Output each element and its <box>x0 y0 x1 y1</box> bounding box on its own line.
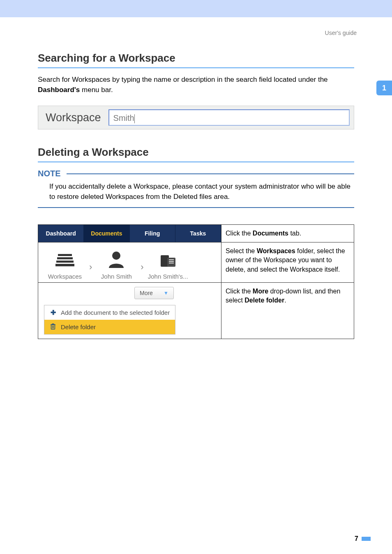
person-icon <box>96 251 136 270</box>
plus-circle-icon: ✚ <box>49 309 57 316</box>
text: Click the <box>226 288 253 295</box>
bc-workspaces[interactable]: Workspaces <box>42 251 88 280</box>
tab-dashboard[interactable]: Dashboard <box>38 225 84 242</box>
note-body: If you accidentally delete a Workspace, … <box>38 181 354 208</box>
svg-rect-1 <box>57 257 73 259</box>
bc-label: John Smith <box>96 273 136 280</box>
bc-workspace-item[interactable]: John Smith's... <box>145 254 191 280</box>
header-meta: User's guide <box>38 30 357 36</box>
more-menu: ✚ Add the document to the selected folde… <box>44 305 175 335</box>
step3-text: Click the More drop-down list, and then … <box>221 282 354 339</box>
chevron-right-icon: › <box>139 262 145 280</box>
tab-tasks[interactable]: Tasks <box>175 225 221 242</box>
text-bold: Documents <box>253 230 288 237</box>
table-row: Dashboard Documents Filing Tasks Click t… <box>38 224 354 242</box>
text: Click the <box>226 230 253 237</box>
workspaces-icon <box>45 251 85 270</box>
svg-rect-0 <box>58 254 72 256</box>
text-bold: Delete folder <box>244 297 284 304</box>
section-search-title: Searching for a Workspace <box>38 52 354 68</box>
footer-accent-bar <box>362 537 371 541</box>
section-delete-title: Deleting a Workspace <box>38 146 354 162</box>
svg-rect-6 <box>167 258 175 267</box>
text-bold: More <box>253 288 268 295</box>
step2-text: Select the Workspaces folder, select the… <box>221 242 354 282</box>
workspace-label: Workspace <box>42 111 108 125</box>
text: menu bar. <box>80 86 113 94</box>
top-band <box>0 0 392 17</box>
tab-documents[interactable]: Documents <box>84 225 129 242</box>
menu-add-document[interactable]: ✚ Add the document to the selected folde… <box>44 305 175 320</box>
step1-image-cell: Dashboard Documents Filing Tasks <box>38 224 221 242</box>
svg-rect-2 <box>56 261 74 263</box>
note-block: NOTE If you accidentally delete a Worksp… <box>38 169 354 208</box>
text: tab. <box>288 230 301 237</box>
text: . <box>284 297 286 304</box>
chevron-right-icon: › <box>88 262 94 280</box>
bc-label: Workspaces <box>45 273 85 280</box>
step2-image-cell: Workspaces › John Smith › John <box>38 242 221 282</box>
bc-owner[interactable]: John Smith <box>94 251 139 280</box>
more-dropdown-button[interactable]: More ▼ <box>134 287 174 299</box>
svg-rect-3 <box>55 264 74 266</box>
text: Search for Workspaces by typing the name… <box>38 76 328 83</box>
search-value: Smith <box>113 113 134 122</box>
svg-rect-9 <box>169 263 174 263</box>
step1-text: Click the Documents tab. <box>221 224 354 242</box>
note-label: NOTE <box>38 169 67 178</box>
menu-label: Add the document to the selected folder <box>61 309 170 316</box>
svg-point-4 <box>112 252 120 260</box>
caret-down-icon: ▼ <box>164 290 168 296</box>
table-row: Workspaces › John Smith › John <box>38 242 354 282</box>
tab-filing[interactable]: Filing <box>130 225 175 242</box>
menu-label: Delete folder <box>61 323 96 330</box>
steps-table: Dashboard Documents Filing Tasks Click t… <box>38 224 354 339</box>
page-number: 7 <box>355 535 358 542</box>
table-row: More ▼ ✚ Add the document to the selecte… <box>38 282 354 339</box>
app-tabbar: Dashboard Documents Filing Tasks <box>38 225 221 242</box>
svg-rect-7 <box>169 259 174 260</box>
page-footer: 7 <box>355 535 371 542</box>
svg-rect-10 <box>51 325 55 329</box>
side-chapter-tab: 1 <box>376 81 392 95</box>
workspace-search-figure: Workspace Smith <box>38 106 354 129</box>
workspace-item-icon <box>148 254 188 270</box>
step3-image-cell: More ▼ ✚ Add the document to the selecte… <box>38 282 221 339</box>
breadcrumb: Workspaces › John Smith › John <box>38 242 221 282</box>
trash-icon <box>49 323 57 331</box>
note-rule <box>67 173 354 174</box>
more-label: More <box>140 290 153 296</box>
search-description: Search for Workspaces by typing the name… <box>38 75 354 95</box>
text: Select the <box>226 247 257 254</box>
text-bold: Dashboard's <box>38 86 80 94</box>
text-bold: Workspaces <box>257 247 295 254</box>
menu-delete-folder[interactable]: Delete folder <box>44 320 175 334</box>
workspace-search-input[interactable]: Smith <box>108 109 350 126</box>
svg-rect-8 <box>169 261 174 262</box>
bc-label: John Smith's... <box>148 273 188 280</box>
